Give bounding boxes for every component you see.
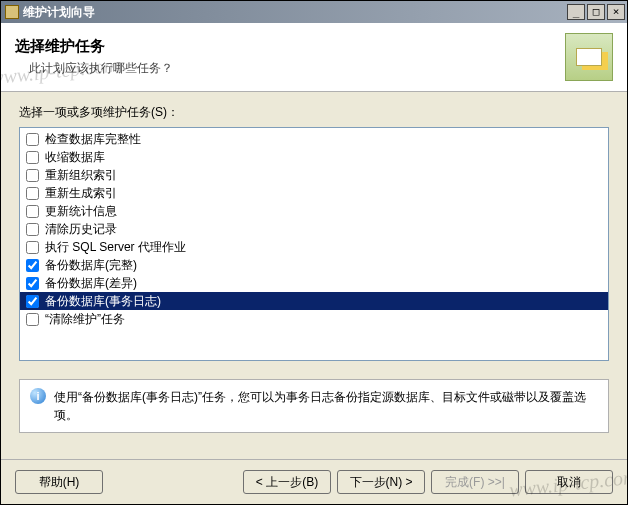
window-title: 维护计划向导 <box>23 4 567 21</box>
task-label: “清除维护”任务 <box>45 311 125 328</box>
task-checkbox[interactable] <box>26 223 39 236</box>
info-icon: i <box>30 388 46 404</box>
task-label: 收缩数据库 <box>45 149 105 166</box>
task-row[interactable]: 执行 SQL Server 代理作业 <box>20 238 608 256</box>
back-button[interactable]: < 上一步(B) <box>243 470 331 494</box>
task-row[interactable]: 重新组织索引 <box>20 166 608 184</box>
task-checkbox[interactable] <box>26 151 39 164</box>
cancel-button[interactable]: 取消 <box>525 470 613 494</box>
next-button[interactable]: 下一步(N) > <box>337 470 425 494</box>
task-label: 备份数据库(差异) <box>45 275 137 292</box>
close-button[interactable]: × <box>607 4 625 20</box>
page-subtitle: 此计划应该执行哪些任务？ <box>29 60 565 77</box>
task-label: 重新组织索引 <box>45 167 117 184</box>
task-label: 清除历史记录 <box>45 221 117 238</box>
task-row[interactable]: 更新统计信息 <box>20 202 608 220</box>
titlebar[interactable]: 维护计划向导 _ □ × <box>1 1 627 23</box>
wizard-body: 选择一项或多项维护任务(S)： 检查数据库完整性收缩数据库重新组织索引重新生成索… <box>1 92 627 459</box>
task-row[interactable]: 重新生成索引 <box>20 184 608 202</box>
header-icon-inner <box>576 48 602 66</box>
task-label: 更新统计信息 <box>45 203 117 220</box>
task-label: 备份数据库(事务日志) <box>45 293 161 310</box>
task-row[interactable]: 清除历史记录 <box>20 220 608 238</box>
task-list[interactable]: 检查数据库完整性收缩数据库重新组织索引重新生成索引更新统计信息清除历史记录执行 … <box>19 127 609 361</box>
task-checkbox[interactable] <box>26 133 39 146</box>
header-icon <box>565 33 613 81</box>
task-checkbox[interactable] <box>26 187 39 200</box>
task-checkbox[interactable] <box>26 169 39 182</box>
task-label: 检查数据库完整性 <box>45 131 141 148</box>
task-checkbox[interactable] <box>26 241 39 254</box>
wizard-window: 维护计划向导 _ □ × 选择维护任务 此计划应该执行哪些任务？ 选择一项或多项… <box>0 0 628 505</box>
task-row[interactable]: “清除维护”任务 <box>20 310 608 328</box>
task-checkbox[interactable] <box>26 259 39 272</box>
description-box: i 使用“备份数据库(事务日志)”任务，您可以为事务日志备份指定源数据库、目标文… <box>19 379 609 433</box>
task-checkbox[interactable] <box>26 205 39 218</box>
header-text: 选择维护任务 此计划应该执行哪些任务？ <box>15 37 565 77</box>
task-row[interactable]: 备份数据库(完整) <box>20 256 608 274</box>
wizard-header: 选择维护任务 此计划应该执行哪些任务？ <box>1 23 627 92</box>
task-checkbox[interactable] <box>26 277 39 290</box>
task-label: 重新生成索引 <box>45 185 117 202</box>
task-row[interactable]: 备份数据库(事务日志) <box>20 292 608 310</box>
button-bar: 帮助(H) < 上一步(B) 下一步(N) > 完成(F) >>| 取消 <box>1 459 627 504</box>
app-icon <box>5 5 19 19</box>
task-list-label: 选择一项或多项维护任务(S)： <box>19 104 609 121</box>
task-checkbox[interactable] <box>26 313 39 326</box>
maximize-button[interactable]: □ <box>587 4 605 20</box>
task-row[interactable]: 备份数据库(差异) <box>20 274 608 292</box>
task-checkbox[interactable] <box>26 295 39 308</box>
task-row[interactable]: 检查数据库完整性 <box>20 130 608 148</box>
page-title: 选择维护任务 <box>15 37 565 56</box>
help-button[interactable]: 帮助(H) <box>15 470 103 494</box>
task-label: 执行 SQL Server 代理作业 <box>45 239 186 256</box>
task-row[interactable]: 收缩数据库 <box>20 148 608 166</box>
finish-button[interactable]: 完成(F) >>| <box>431 470 519 494</box>
task-label: 备份数据库(完整) <box>45 257 137 274</box>
description-text: 使用“备份数据库(事务日志)”任务，您可以为事务日志备份指定源数据库、目标文件或… <box>54 388 598 424</box>
minimize-button[interactable]: _ <box>567 4 585 20</box>
